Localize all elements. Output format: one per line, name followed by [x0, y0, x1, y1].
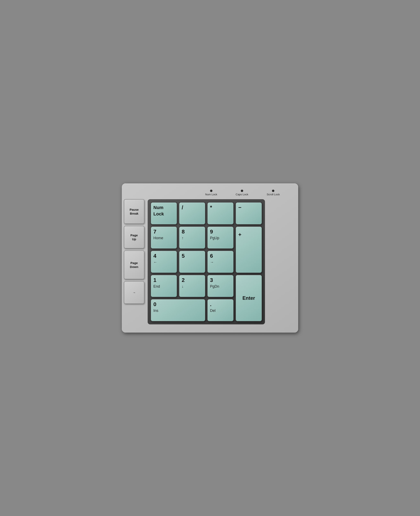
pause-break-key[interactable]: Pause Break [124, 199, 144, 224]
enter-key[interactable]: Enter [235, 275, 262, 321]
led-row: Num Lock Caps Lock Scroll Lock [153, 190, 292, 196]
sidebar-keys: Pause Break Page Up Page Down → [124, 199, 144, 304]
scroll-lock-led [272, 190, 274, 192]
num8-key[interactable]: 8 ↑ [179, 226, 205, 249]
num1-key[interactable]: 1 End [150, 275, 177, 297]
divide-key[interactable]: / [179, 202, 205, 225]
multiply-key[interactable]: * [207, 202, 234, 225]
num0-key[interactable]: 0 Ins [150, 299, 205, 321]
scroll-lock-label: Scroll Lock [267, 193, 280, 196]
num4-key[interactable]: 4 ← [150, 250, 177, 273]
num-lock-led [210, 190, 212, 192]
caps-lock-indicator: Caps Lock [236, 190, 248, 196]
add-key[interactable]: + [235, 226, 262, 273]
num2-key[interactable]: 2 ↓ [179, 275, 205, 297]
main-area: Pause Break Page Up Page Down → Num Lock… [124, 199, 292, 324]
num6-key[interactable]: 6 → [207, 250, 234, 273]
decimal-key[interactable]: . Del [207, 299, 234, 321]
num5-key[interactable]: 5 [179, 250, 205, 273]
num9-key[interactable]: 9 PgUp [207, 226, 234, 249]
num-lock-key[interactable]: Num Lock [150, 202, 177, 225]
num3-key[interactable]: 3 PgDn [207, 275, 234, 297]
arrow-right-key[interactable]: → [124, 281, 144, 304]
num7-key[interactable]: 7 Home [150, 226, 177, 249]
keyboard-body: Num Lock Caps Lock Scroll Lock Pause Bre… [122, 183, 298, 333]
numpad-grid: Num Lock / * − 7 Home 8 ↑ [150, 202, 262, 321]
num-lock-label: Num Lock [205, 193, 217, 196]
caps-lock-led [241, 190, 243, 192]
numpad-container: Num Lock / * − 7 Home 8 ↑ [148, 199, 265, 324]
num-lock-indicator: Num Lock [205, 190, 217, 196]
page-down-key[interactable]: Page Down [124, 250, 144, 279]
scroll-lock-indicator: Scroll Lock [267, 190, 280, 196]
subtract-key[interactable]: − [235, 202, 262, 225]
caps-lock-label: Caps Lock [236, 193, 248, 196]
page-up-key[interactable]: Page Up [124, 226, 144, 249]
